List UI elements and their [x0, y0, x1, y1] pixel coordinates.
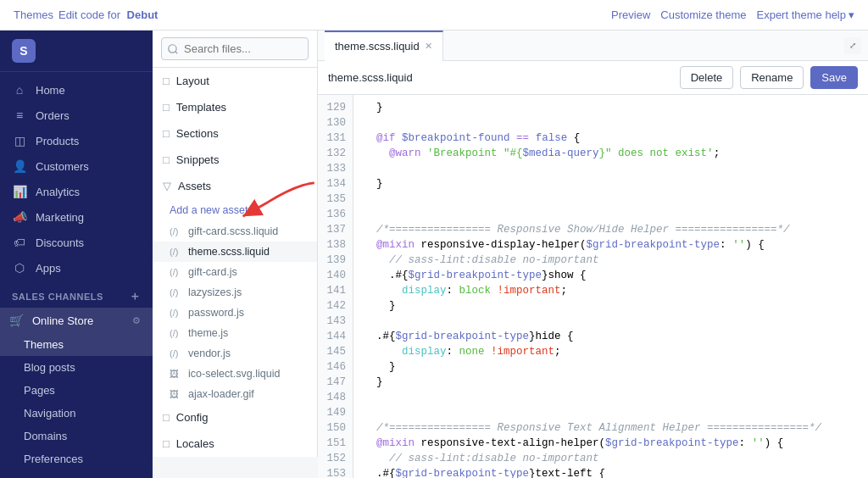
- editor-tabs: theme.scss.liquid ✕ ⤢: [318, 31, 868, 61]
- file-item-name: gift-card.js: [188, 266, 237, 278]
- locales-label: Locales: [176, 437, 214, 450]
- sidebar-sub-item-preferences[interactable]: Preferences: [0, 447, 153, 470]
- sidebar-item-orders[interactable]: ≡ Orders: [0, 103, 153, 128]
- editor-tab-theme-scss[interactable]: theme.scss.liquid ✕: [325, 31, 443, 61]
- folder-icon: □: [163, 101, 170, 114]
- blog-posts-label: Blog posts: [24, 361, 75, 374]
- preferences-label: Preferences: [24, 453, 83, 465]
- config-section-header[interactable]: □ Config: [153, 404, 317, 431]
- breadcrumb-title: Edit code for Debut: [58, 8, 158, 21]
- file-item-name: password.js: [188, 307, 244, 319]
- folder-icon: □: [163, 127, 170, 140]
- layout-label: Layout: [176, 75, 209, 87]
- sidebar-sub-item-domains[interactable]: Domains: [0, 425, 153, 447]
- js-file-icon: (/): [170, 328, 183, 338]
- sales-channels-section: SALES CHANNELS ＋: [0, 281, 153, 308]
- sidebar-item-label: Marketing: [36, 211, 84, 224]
- expand-editor-icon[interactable]: ⤢: [844, 37, 861, 54]
- snippets-section-header[interactable]: □ Snippets: [153, 147, 317, 173]
- save-button[interactable]: Save: [810, 66, 858, 89]
- home-icon: ⌂: [12, 83, 27, 97]
- snippets-label: Snippets: [176, 153, 220, 166]
- scss-file-icon: (/): [170, 226, 183, 236]
- file-item-ico-svg[interactable]: 🖼 ico-select.svg.liquid: [153, 364, 317, 384]
- sidebar-sub-item-pages[interactable]: Pages: [0, 379, 153, 402]
- locales-section-header[interactable]: □ Locales: [153, 431, 317, 457]
- file-section-templates: □ Templates: [153, 94, 317, 120]
- file-item-gift-card-scss[interactable]: (/) gift-card.scss.liquid: [153, 221, 317, 242]
- navigation-label: Navigation: [24, 407, 75, 420]
- discounts-icon: 🏷: [12, 236, 27, 249]
- templates-section-header[interactable]: □ Templates: [153, 94, 317, 120]
- delete-button[interactable]: Delete: [680, 66, 734, 89]
- add-asset-link[interactable]: Add a new asset: [153, 199, 317, 221]
- sidebar-item-label: Customers: [36, 160, 89, 173]
- sidebar-nav: ⌂ Home ≡ Orders ◫ Products 👤 Customers 📊…: [0, 72, 153, 478]
- orders-icon: ≡: [12, 108, 27, 122]
- line-numbers: 1291301311321331341351361371381391401411…: [318, 95, 353, 478]
- sidebar-sub-item-blog-posts[interactable]: Blog posts: [0, 356, 153, 379]
- editor-area: theme.scss.liquid ✕ ⤢ theme.scss.liquid …: [318, 31, 868, 478]
- file-item-vendor-js[interactable]: (/) vendor.js: [153, 343, 317, 364]
- sidebar-item-discounts[interactable]: 🏷 Discounts: [0, 230, 153, 255]
- sidebar-item-online-store[interactable]: 🛒 Online Store ⚙: [0, 308, 153, 333]
- file-item-name: lazysizes.js: [188, 286, 242, 298]
- sidebar-logo: S: [0, 31, 153, 72]
- customers-icon: 👤: [12, 159, 27, 173]
- sections-section-header[interactable]: □ Sections: [153, 120, 317, 147]
- customize-theme-link[interactable]: Customize theme: [660, 8, 746, 21]
- add-sales-channel-icon[interactable]: ＋: [129, 289, 142, 304]
- folder-icon: □: [163, 411, 170, 424]
- tab-label: theme.scss.liquid: [335, 40, 420, 53]
- file-item-name: theme.scss.liquid: [188, 246, 270, 258]
- sidebar-item-home[interactable]: ⌂ Home: [0, 77, 153, 103]
- js-file-icon: (/): [170, 308, 183, 318]
- scss-file-icon: (/): [170, 247, 183, 257]
- file-section-assets: ▽ Assets Add a new asset (/) gift-card.s…: [153, 173, 317, 404]
- sidebar-item-label: Home: [36, 84, 65, 97]
- preview-link[interactable]: Preview: [611, 8, 650, 21]
- file-item-lazysizes-js[interactable]: (/) lazysizes.js: [153, 282, 317, 303]
- file-item-name: vendor.js: [188, 347, 231, 359]
- file-item-gift-card-js[interactable]: (/) gift-card.js: [153, 262, 317, 282]
- templates-label: Templates: [176, 101, 226, 114]
- sidebar-item-label: Analytics: [36, 186, 80, 198]
- sidebar-item-analytics[interactable]: 📊 Analytics: [0, 179, 153, 204]
- breadcrumb-back-link[interactable]: Themes: [14, 8, 53, 21]
- marketing-icon: 📣: [12, 210, 27, 224]
- code-editor: 1291301311321331341351361371381391401411…: [318, 95, 868, 478]
- config-label: Config: [176, 411, 209, 424]
- file-item-name: gift-card.scss.liquid: [188, 225, 278, 237]
- sidebar-sub-item-themes[interactable]: Themes: [0, 333, 153, 356]
- editor-filename: theme.scss.liquid: [328, 71, 413, 84]
- settings-icon[interactable]: ⚙: [132, 315, 141, 326]
- file-item-theme-scss[interactable]: (/) theme.scss.liquid: [153, 242, 317, 262]
- editor-actions: Delete Rename Save: [680, 66, 858, 89]
- sidebar-item-marketing[interactable]: 📣 Marketing: [0, 204, 153, 230]
- sections-label: Sections: [176, 127, 219, 140]
- top-header: Themes Edit code for Debut Preview Custo…: [0, 0, 868, 31]
- file-item-ajax-loader[interactable]: 🖼 ajax-loader.gif: [153, 384, 317, 404]
- assets-section-header[interactable]: ▽ Assets: [153, 173, 317, 199]
- file-item-password-js[interactable]: (/) password.js: [153, 303, 317, 323]
- code-content[interactable]: } @if $breakpoint-found == false { @warn…: [353, 95, 868, 478]
- folder-icon: □: [163, 437, 170, 450]
- rename-button[interactable]: Rename: [740, 66, 804, 89]
- sidebar-item-label: Apps: [36, 262, 61, 275]
- header-actions: Preview Customize theme Expert theme hel…: [611, 8, 854, 21]
- file-section-sections: □ Sections: [153, 120, 317, 147]
- file-section-snippets: □ Snippets: [153, 147, 317, 173]
- shopify-logo-icon: S: [12, 39, 36, 63]
- expert-help-link[interactable]: Expert theme help ▾: [756, 8, 854, 21]
- folder-open-icon: ▽: [163, 180, 171, 192]
- sidebar-item-customers[interactable]: 👤 Customers: [0, 153, 153, 179]
- folder-icon: □: [163, 75, 170, 87]
- layout-section-header[interactable]: □ Layout: [153, 68, 317, 94]
- file-item-theme-js[interactable]: (/) theme.js: [153, 323, 317, 343]
- sidebar-sub-item-navigation[interactable]: Navigation: [0, 402, 153, 425]
- sidebar-item-products[interactable]: ◫ Products: [0, 128, 153, 153]
- close-tab-icon[interactable]: ✕: [425, 41, 432, 52]
- sidebar-item-apps[interactable]: ⬡ Apps: [0, 255, 153, 281]
- search-input[interactable]: [161, 37, 309, 60]
- sidebar-item-label: Discounts: [36, 236, 84, 249]
